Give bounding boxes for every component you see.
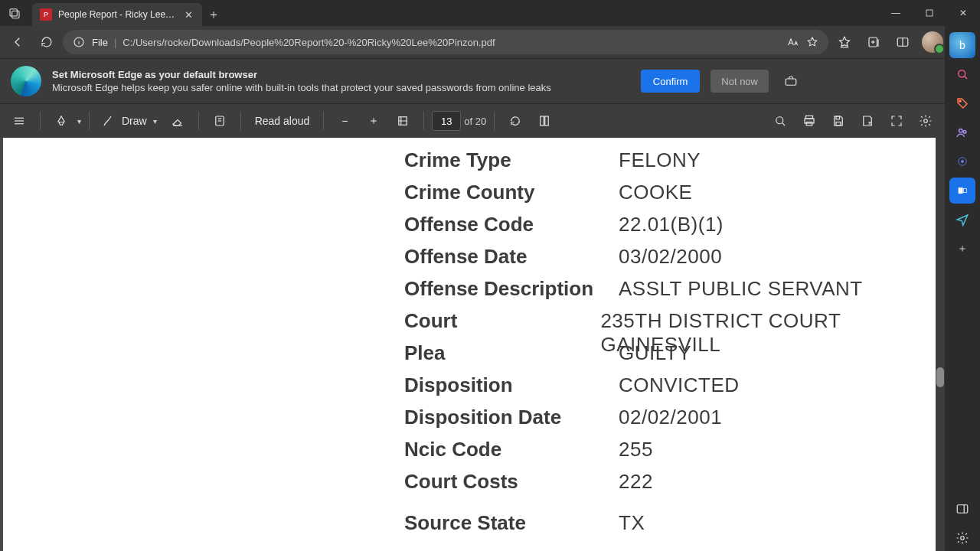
confirm-button[interactable]: Confirm bbox=[641, 70, 701, 93]
report-label: Disposition bbox=[404, 373, 619, 397]
maximize-button[interactable] bbox=[913, 0, 946, 26]
tab-actions-button[interactable] bbox=[0, 0, 29, 26]
pdf-page: Crime TypeFELONYCrime CountyCOOKEOffense… bbox=[3, 138, 936, 551]
print-icon[interactable] bbox=[796, 108, 822, 134]
erase-icon[interactable] bbox=[165, 108, 191, 134]
address-bar[interactable]: File | C:/Users/rocke/Downloads/People%2… bbox=[63, 30, 828, 54]
report-label: Offense Code bbox=[404, 213, 619, 236]
page-view-icon[interactable] bbox=[531, 108, 557, 134]
report-label: Plea bbox=[404, 341, 619, 365]
svg-line-40 bbox=[782, 123, 785, 126]
scrollbar-thumb[interactable] bbox=[936, 367, 944, 387]
pdf-viewer: ▾ Draw ▾ Read aloud − ＋ of 20 bbox=[0, 104, 945, 551]
zoom-in-button[interactable]: ＋ bbox=[361, 108, 387, 134]
page-number-input[interactable] bbox=[432, 111, 461, 131]
report-value: FELONY bbox=[619, 148, 701, 172]
hide-sidebar-icon[interactable] bbox=[949, 496, 975, 522]
close-tab-icon[interactable]: ✕ bbox=[182, 8, 194, 21]
svg-rect-26 bbox=[957, 505, 968, 514]
report-value: 255 bbox=[619, 438, 653, 461]
pdf-scroll-area[interactable]: Crime TypeFELONYCrime CountyCOOKEOffense… bbox=[0, 138, 945, 551]
outlook-icon[interactable] bbox=[949, 178, 975, 204]
separator bbox=[198, 112, 199, 130]
report-table: Crime TypeFELONYCrime CountyCOOKEOffense… bbox=[404, 148, 936, 551]
rotate-icon[interactable] bbox=[502, 108, 528, 134]
sidebar-settings-icon[interactable] bbox=[949, 525, 975, 551]
svg-rect-0 bbox=[10, 9, 17, 16]
svg-point-19 bbox=[959, 100, 961, 102]
window-controls: ― ✕ bbox=[879, 0, 980, 26]
text-note-icon[interactable] bbox=[207, 108, 233, 134]
svg-rect-43 bbox=[806, 122, 812, 126]
add-sidebar-icon[interactable]: ＋ bbox=[949, 236, 975, 262]
favorites-button[interactable] bbox=[831, 29, 858, 55]
find-icon[interactable] bbox=[767, 108, 793, 134]
separator bbox=[89, 112, 90, 130]
search-sidebar-icon[interactable] bbox=[949, 61, 975, 87]
report-row: Court235TH DISTRICT COURT GAINESVILL bbox=[404, 309, 936, 341]
edge-sidebar: b ＋ bbox=[945, 26, 980, 551]
svg-point-20 bbox=[959, 129, 963, 133]
close-window-button[interactable]: ✕ bbox=[946, 0, 980, 26]
separator bbox=[423, 112, 424, 130]
svg-rect-1 bbox=[12, 11, 19, 18]
report-row: DispositionCONVICTED bbox=[404, 373, 936, 406]
default-browser-banner: Set Microsoft Edge as your default brows… bbox=[0, 58, 980, 104]
draw-tool[interactable]: Draw ▾ bbox=[97, 114, 162, 128]
text-size-icon[interactable] bbox=[786, 35, 799, 49]
scrollbar-track[interactable] bbox=[936, 138, 945, 551]
browser-tab[interactable]: P People Report - Ricky Lee Pinzon ✕ bbox=[32, 3, 202, 26]
svg-point-39 bbox=[776, 117, 783, 124]
separator: | bbox=[114, 37, 116, 48]
report-value: GUILTY bbox=[619, 341, 691, 365]
draw-label: Draw bbox=[122, 115, 147, 127]
fullscreen-icon[interactable] bbox=[884, 108, 910, 134]
site-info-icon[interactable] bbox=[72, 35, 86, 49]
profile-avatar[interactable] bbox=[922, 31, 943, 53]
games-icon[interactable] bbox=[949, 148, 975, 174]
svg-rect-45 bbox=[836, 116, 840, 119]
refresh-button[interactable] bbox=[34, 29, 60, 55]
split-screen-button[interactable] bbox=[890, 29, 916, 55]
bing-icon[interactable]: b bbox=[949, 32, 975, 58]
shopping-tag-icon[interactable] bbox=[949, 90, 975, 116]
zoom-out-button[interactable]: − bbox=[332, 108, 358, 134]
svg-rect-37 bbox=[541, 116, 544, 126]
pdf-settings-icon[interactable] bbox=[913, 108, 939, 134]
collections-button[interactable] bbox=[861, 29, 887, 55]
new-tab-button[interactable]: ＋ bbox=[202, 3, 225, 26]
report-value: 222 bbox=[619, 470, 653, 494]
send-icon[interactable] bbox=[949, 207, 975, 233]
report-label: Crime Type bbox=[404, 148, 619, 172]
url-scheme-label: File bbox=[92, 37, 108, 48]
svg-point-21 bbox=[963, 130, 966, 133]
not-now-button[interactable]: Not now bbox=[710, 70, 769, 93]
svg-line-18 bbox=[965, 77, 967, 79]
report-value: 02/02/2001 bbox=[619, 406, 722, 429]
banner-title: Set Microsoft Edge as your default brows… bbox=[52, 69, 630, 80]
report-value: CONVICTED bbox=[619, 373, 740, 397]
save-as-icon[interactable] bbox=[854, 108, 880, 134]
chevron-down-icon[interactable]: ▾ bbox=[153, 117, 157, 126]
chevron-down-icon[interactable]: ▾ bbox=[77, 117, 81, 126]
favorite-star-icon[interactable] bbox=[805, 35, 819, 49]
report-row: Offense Date03/02/2000 bbox=[404, 245, 936, 277]
report-value: ASSLT PUBLIC SERVANT bbox=[619, 277, 863, 301]
report-label: Disposition Date bbox=[404, 406, 619, 429]
minimize-button[interactable]: ― bbox=[879, 0, 913, 26]
report-value: 03/02/2000 bbox=[619, 245, 722, 269]
report-row: Disposition Date02/02/2001 bbox=[404, 406, 936, 438]
briefcase-icon[interactable] bbox=[779, 70, 802, 93]
people-icon[interactable] bbox=[949, 119, 975, 145]
back-button[interactable] bbox=[5, 29, 31, 55]
contents-toggle-icon[interactable] bbox=[6, 108, 32, 134]
report-label: Source State bbox=[404, 502, 619, 535]
save-icon[interactable] bbox=[825, 108, 851, 134]
read-aloud-button[interactable]: Read aloud bbox=[249, 115, 316, 127]
fit-page-icon[interactable] bbox=[390, 108, 416, 134]
highlight-icon[interactable] bbox=[48, 108, 74, 134]
separator bbox=[240, 112, 241, 130]
svg-rect-2 bbox=[926, 10, 933, 16]
report-row: Court Costs222 bbox=[404, 470, 936, 502]
report-row: Source StateTX bbox=[404, 502, 936, 534]
